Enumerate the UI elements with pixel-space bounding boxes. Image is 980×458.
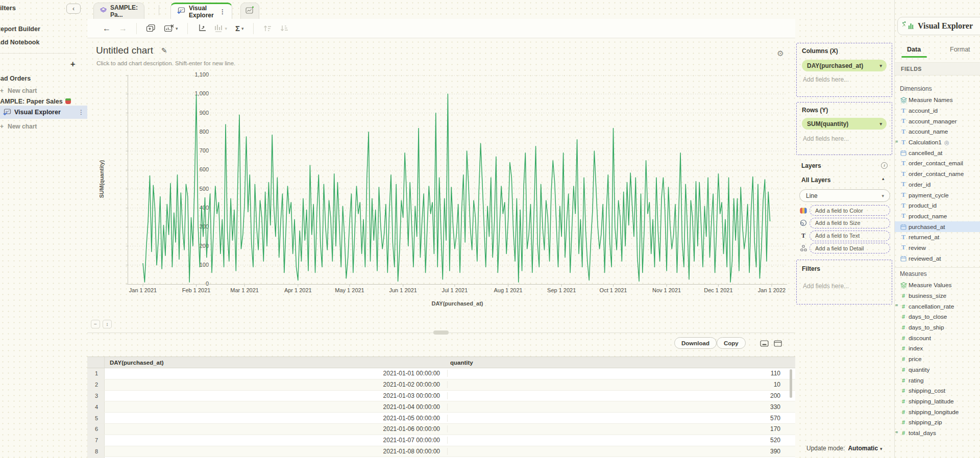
sidebar-item-bad-orders[interactable]: Bad Orders: [0, 75, 31, 82]
cell-quantity[interactable]: 390: [448, 448, 792, 455]
chart-description-placeholder[interactable]: Click to add chart description. Shift-en…: [96, 60, 235, 66]
update-mode-select[interactable]: Automatic: [848, 445, 878, 452]
sidebar-item-new-chart-2[interactable]: +New chart: [0, 123, 37, 130]
table-row[interactable]: 4 2021-01-04 00:00:00 330: [87, 401, 795, 413]
cell-quantity[interactable]: 520: [448, 437, 792, 444]
sidebar-item-sample-paper-sales[interactable]: SAMPLE: Paper Sales: [0, 98, 71, 105]
field-item-calculation1[interactable]: = T Calculation1 ◎: [895, 137, 980, 148]
sidebar-collapse-button[interactable]: ‹: [66, 4, 81, 14]
cell-quantity[interactable]: 330: [448, 403, 792, 411]
duplicate-chart-button[interactable]: [146, 24, 156, 33]
cell-day-purchased-at[interactable]: 2021-01-05 00:00:00: [105, 415, 448, 422]
field-item-cancelled-at[interactable]: cancelled_at: [895, 147, 980, 158]
sort-descending-button[interactable]: [280, 24, 288, 32]
field-item-total-days[interactable]: = # total_days: [895, 428, 980, 439]
field-item-cancellation-rate[interactable]: = # cancellation_rate: [895, 301, 980, 312]
add-field-to-size-dropzone[interactable]: Add a field to Size: [810, 218, 890, 228]
table-row[interactable]: 2 2021-01-02 00:00:00 10: [87, 379, 795, 391]
column-header-day-purchased-at[interactable]: DAY(purchased_at): [105, 360, 448, 366]
pill-caret-icon[interactable]: ▾: [879, 121, 882, 126]
add-field-to-text-dropzone[interactable]: Add a field to Text: [810, 231, 890, 241]
delete-chart-button[interactable]: ▾: [164, 24, 178, 33]
filters-shelf[interactable]: Filters Add fields here...: [796, 260, 892, 304]
pill-caret-icon[interactable]: ▾: [879, 63, 882, 68]
sort-ascending-button[interactable]: [263, 24, 272, 32]
field-item-shipping-latitude[interactable]: # shipping_latitude: [895, 396, 980, 407]
add-project-button[interactable]: +: [70, 60, 75, 69]
field-item-discount[interactable]: # discount: [895, 333, 980, 343]
redo-button[interactable]: →: [119, 24, 127, 33]
chart-settings-gear-icon[interactable]: ⚙: [774, 47, 787, 60]
columns-shelf[interactable]: Columns (X) DAY(purchased_at)▾ Add field…: [796, 43, 892, 97]
cell-quantity[interactable]: 110: [448, 370, 792, 377]
field-item-account-id[interactable]: T account_id: [895, 106, 980, 116]
cell-quantity[interactable]: 170: [448, 425, 792, 432]
aggregate-button[interactable]: Σ▾: [235, 24, 244, 33]
download-button[interactable]: Download: [674, 337, 717, 349]
table-scrollbar[interactable]: [790, 369, 792, 398]
field-item-measure-names[interactable]: Measure Names: [895, 95, 980, 106]
field-item-product-id[interactable]: T product_id: [895, 200, 980, 211]
sidebar-item-report-builder[interactable]: Report Builder: [0, 26, 40, 33]
field-item-quantity[interactable]: # quantity: [895, 365, 980, 375]
column-header-quantity[interactable]: quantity: [448, 360, 792, 366]
field-item-payment-cycle[interactable]: T payment_cycle: [895, 190, 980, 200]
chart-title[interactable]: Untitled chart: [96, 45, 153, 56]
tab-format[interactable]: Format: [950, 46, 970, 53]
table-row[interactable]: 8 2021-01-08 00:00:00 390: [87, 446, 795, 457]
field-item-account-manager[interactable]: T account_manager: [895, 116, 980, 126]
field-item-price[interactable]: # price: [895, 354, 980, 365]
tab-kebab-icon[interactable]: ⋮: [219, 8, 226, 15]
edit-title-pencil-icon[interactable]: ✎: [161, 46, 167, 55]
cell-day-purchased-at[interactable]: 2021-01-02 00:00:00: [105, 381, 448, 388]
field-item-purchased-at[interactable]: purchased_at: [895, 221, 980, 232]
field-item-product-name[interactable]: T product_name: [895, 211, 980, 222]
field-item-order-id[interactable]: T order_id: [895, 180, 980, 190]
expand-results-icon[interactable]: [774, 340, 782, 349]
collapse-results-icon[interactable]: [760, 340, 769, 349]
table-row[interactable]: 3 2021-01-03 00:00:00 200: [87, 391, 795, 402]
mark-type-select[interactable]: Line▾: [799, 189, 890, 202]
cell-day-purchased-at[interactable]: 2021-01-07 00:00:00: [105, 437, 448, 444]
field-item-shipping-cost[interactable]: # shipping_cost: [895, 386, 980, 396]
all-layers-label[interactable]: All Layers: [801, 176, 830, 184]
layers-info-icon[interactable]: i: [881, 162, 888, 169]
cell-quantity[interactable]: 570: [448, 415, 792, 422]
rows-field-pill[interactable]: SUM(quantity)▾: [802, 118, 887, 130]
field-item-order-contact-email[interactable]: T order_contact_email: [895, 158, 980, 169]
field-item-rating[interactable]: # rating: [895, 375, 980, 386]
sidebar-item-new-chart-1[interactable]: +New chart: [0, 87, 37, 94]
columns-field-pill[interactable]: DAY(purchased_at)▾: [802, 60, 887, 71]
field-item-days-to-ship[interactable]: # days_to_ship: [895, 322, 980, 333]
copy-button[interactable]: Copy: [717, 337, 746, 349]
cell-day-purchased-at[interactable]: 2021-01-04 00:00:00: [105, 403, 448, 411]
field-item-reviewed-at[interactable]: reviewed_at: [895, 253, 980, 264]
sidebar-item-visual-explorer[interactable]: Visual Explorer ⋮: [0, 106, 87, 119]
tab-data[interactable]: Data: [907, 46, 921, 53]
all-layers-collapse-icon[interactable]: ▴: [882, 176, 885, 181]
cell-day-purchased-at[interactable]: 2021-01-03 00:00:00: [105, 392, 448, 399]
visual-explorer-header-button[interactable]: Visual Explorer: [897, 17, 980, 35]
line-chart[interactable]: [125, 75, 788, 288]
field-item-measure-values[interactable]: Measure Values: [895, 280, 980, 291]
field-item-index[interactable]: # index: [895, 343, 980, 354]
splitter-drag-handle[interactable]: [433, 330, 449, 335]
field-item-order-contact-name[interactable]: T order_contact_name: [895, 169, 980, 180]
table-row[interactable]: 5 2021-01-05 00:00:00 570: [87, 413, 795, 424]
chart-fit-button[interactable]: ↕: [103, 320, 112, 328]
add-field-to-detail-dropzone[interactable]: Add a field to Detail: [810, 243, 890, 253]
field-item-shipping-longitude[interactable]: # shipping_longitude: [895, 406, 980, 417]
cell-day-purchased-at[interactable]: 2021-01-08 00:00:00: [105, 448, 448, 455]
cell-quantity[interactable]: 200: [448, 392, 792, 399]
tab-sample-paper-sales[interactable]: SAMPLE: Pa...: [93, 3, 144, 19]
cell-day-purchased-at[interactable]: 2021-01-01 00:00:00: [105, 370, 448, 377]
table-row[interactable]: 6 2021-01-06 00:00:00 170: [87, 424, 795, 435]
undo-button[interactable]: ←: [103, 24, 111, 33]
field-item-account-name[interactable]: T account_name: [895, 126, 980, 137]
rows-shelf[interactable]: Rows (Y) SUM(quantity)▾ Add fields here.…: [796, 102, 892, 155]
table-row[interactable]: 1 2021-01-01 00:00:00 110: [87, 368, 795, 379]
tab-visual-explorer[interactable]: Visual Explorer ⋮: [170, 3, 232, 19]
table-row[interactable]: 7 2021-01-07 00:00:00 520: [87, 435, 795, 446]
sidebar-item-add-notebook[interactable]: Add Notebook: [0, 39, 39, 46]
cell-day-purchased-at[interactable]: 2021-01-06 00:00:00: [105, 425, 448, 432]
